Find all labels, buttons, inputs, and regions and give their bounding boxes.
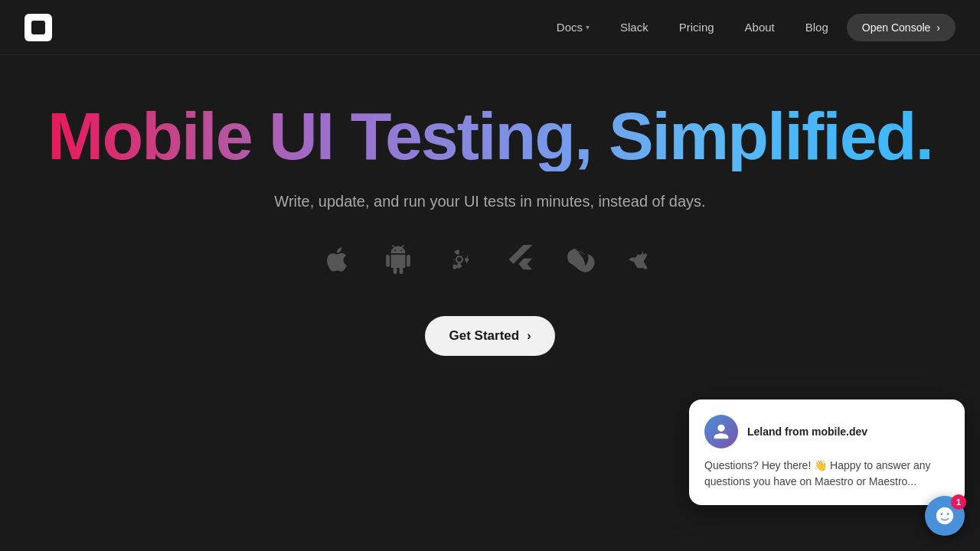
logo[interactable] xyxy=(24,14,52,41)
chat-agent-name: Leland from mobile.dev xyxy=(747,425,867,438)
apple-icon xyxy=(318,241,355,278)
nav-pricing[interactable]: Pricing xyxy=(667,15,727,40)
get-started-button[interactable]: Get Started › xyxy=(425,316,556,356)
console-arrow-icon: › xyxy=(936,21,940,34)
chat-header: Leland from mobile.dev xyxy=(704,415,949,448)
intercom-button[interactable]: 1 xyxy=(925,496,965,536)
open-console-button[interactable]: Open Console › xyxy=(847,14,956,41)
get-started-arrow-icon: › xyxy=(527,329,531,343)
nav-slack[interactable]: Slack xyxy=(608,15,661,40)
react-icon xyxy=(441,241,478,278)
chat-widget[interactable]: Leland from mobile.dev Questions? Hey th… xyxy=(689,399,965,505)
intercom-badge: 1 xyxy=(951,494,966,510)
hero-section: Mobile UI Testing, Simplified. Write, up… xyxy=(0,55,980,356)
chat-message: Questions? Hey there! 👋 Happy to answer … xyxy=(704,458,949,490)
swift-icon xyxy=(564,241,600,278)
unity-icon xyxy=(625,241,662,278)
flutter-icon xyxy=(502,241,539,278)
android-icon xyxy=(380,241,416,278)
hero-subtitle: Write, update, and run your UI tests in … xyxy=(274,193,705,210)
navbar: Docs ▾ Slack Pricing About Blog Open Con… xyxy=(0,0,980,55)
nav-links: Docs ▾ Slack Pricing About Blog Open Con… xyxy=(544,14,956,41)
hero-title: Mobile UI Testing, Simplified. xyxy=(47,101,933,171)
nav-about[interactable]: About xyxy=(733,15,787,40)
nav-docs[interactable]: Docs ▾ xyxy=(544,15,602,40)
chat-avatar xyxy=(704,415,738,448)
nav-blog[interactable]: Blog xyxy=(793,15,841,40)
tech-icons-row xyxy=(318,241,662,278)
docs-chevron-icon: ▾ xyxy=(586,23,590,31)
